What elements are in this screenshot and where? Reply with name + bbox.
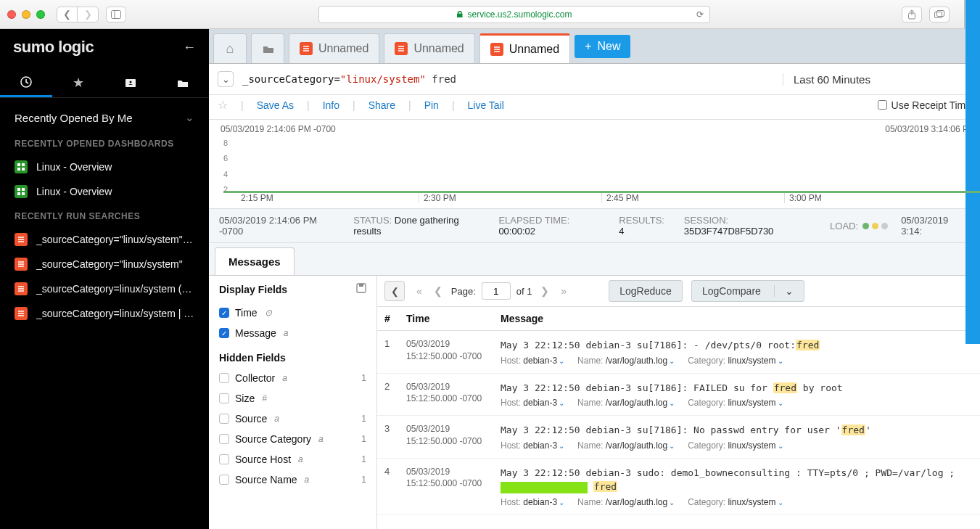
chevron-down-icon[interactable]: ⌄ (669, 499, 675, 507)
chevron-down-icon[interactable]: ⌄ (559, 442, 564, 450)
sidebar-item[interactable]: _sourceCategory="linux/system" (0, 252, 209, 276)
sidebar-item[interactable]: Linux - Overview (0, 179, 209, 204)
share-link[interactable]: Share (368, 99, 395, 111)
row-message: May 3 22:12:50 debian-3 sudo: demo1_bown… (501, 466, 973, 507)
chevron-down-icon[interactable]: ⌄ (669, 357, 675, 365)
table-row[interactable]: 205/03/201915:12:50.000 -0700May 3 22:12… (377, 374, 980, 417)
query-input[interactable]: _sourceCategory="linux/system" fred (242, 73, 774, 85)
page-prev-button[interactable]: ❮ (431, 285, 445, 297)
reload-icon[interactable]: ⟳ (696, 9, 704, 20)
search-tab[interactable]: Unnamed (289, 33, 379, 63)
sidebar-tab-favorites[interactable]: ★ (52, 68, 104, 97)
field-checkbox[interactable]: ✓ (219, 328, 229, 338)
save-icon[interactable] (356, 283, 366, 295)
page-next-button[interactable]: ❯ (538, 285, 552, 297)
field-checkbox[interactable] (219, 393, 229, 403)
row-number: 1 (384, 338, 406, 366)
home-tab[interactable]: ⌂ (213, 33, 247, 63)
collapse-messages-button[interactable]: ❮ (384, 281, 405, 301)
sidebar-item[interactable]: _sourceCategory=linux/system | p... (0, 301, 209, 326)
field-item[interactable]: Source Namea1 (219, 469, 366, 490)
time-range-selector[interactable]: Last 60 Minutes (783, 73, 971, 86)
table-row[interactable]: 405/03/201915:12:50.000 -0700May 3 22:12… (377, 459, 980, 515)
query-expand-button[interactable]: ⌄ (218, 71, 234, 87)
field-item[interactable]: Size# (219, 388, 366, 409)
hidden-fields-label: Hidden Fields (219, 352, 366, 364)
share-button[interactable] (902, 7, 922, 22)
field-item[interactable]: Sourcea1 (219, 409, 366, 429)
sidebar-tab-recents[interactable] (0, 68, 52, 97)
sidebar-dropdown-label[interactable]: Recently Opened By Me (15, 112, 133, 124)
field-label: Source Category (235, 433, 311, 445)
row-time: 05/03/201915:12:50.000 -0700 (406, 338, 501, 366)
save-as-link[interactable]: Save As (257, 99, 294, 111)
pin-link[interactable]: Pin (424, 99, 439, 111)
field-count: 1 (361, 373, 366, 383)
table-row[interactable]: 105/03/201915:12:50.000 -0700May 3 22:12… (377, 331, 980, 374)
tabs-overview-button[interactable] (929, 7, 950, 22)
field-item[interactable]: Source Hosta1 (219, 449, 366, 469)
folder-open-icon (262, 42, 273, 55)
table-row[interactable]: 305/03/201915:12:50.000 -0700May 3 22:12… (377, 416, 980, 459)
field-item[interactable]: ✓Time⊙ (219, 303, 366, 323)
sidebar-item[interactable]: _sourceCategory="linux/system" fr... (0, 227, 209, 252)
search-tab[interactable]: Unnamed (479, 33, 570, 63)
row-time: 05/03/201915:12:50.000 -0700 (406, 466, 501, 507)
sidebar-toggle-button[interactable] (106, 7, 126, 22)
field-label: Collector (235, 372, 275, 384)
field-checkbox[interactable]: ✓ (219, 308, 229, 318)
chevron-down-icon[interactable]: ⌄ (559, 399, 564, 407)
back-button[interactable]: ❮ (57, 7, 78, 22)
field-checkbox[interactable] (219, 454, 229, 464)
field-checkbox[interactable] (219, 434, 229, 444)
field-checkbox[interactable] (219, 414, 229, 424)
favorite-button[interactable]: ☆ (218, 98, 228, 112)
field-label: Source Name (235, 474, 297, 485)
receipt-time-checkbox[interactable] (878, 100, 887, 110)
field-checkbox[interactable] (219, 373, 229, 383)
chevron-down-icon[interactable]: ⌄ (778, 442, 783, 450)
live-tail-link[interactable]: Live Tail (468, 99, 504, 111)
chevron-down-icon[interactable]: ⌄ (559, 357, 564, 365)
search-tab[interactable]: Unnamed (384, 33, 474, 63)
sidebar-item[interactable]: _sourceCategory=linux/system ("s... (0, 276, 209, 301)
field-label: Message (235, 327, 276, 339)
chevron-down-icon[interactable]: ⌄ (559, 499, 564, 507)
field-item[interactable]: ✓Messagea (219, 323, 366, 343)
chevron-down-icon: ⌄ (222, 74, 230, 85)
logcompare-button[interactable]: LogCompare ⌄ (691, 280, 804, 302)
logreduce-button[interactable]: LogReduce (609, 280, 683, 302)
chevron-down-icon[interactable]: ⌄ (669, 399, 675, 407)
field-checkbox[interactable] (219, 475, 229, 485)
collapse-sidebar-button[interactable]: ← (183, 40, 196, 55)
page-first-button[interactable]: « (413, 285, 425, 297)
close-window-icon[interactable] (7, 10, 16, 19)
highlight: fred (841, 425, 865, 435)
log-line: May 3 22:12:50 debian-3 su[7186]: No pas… (501, 423, 973, 438)
sidebar-tab-personal[interactable] (104, 68, 157, 97)
forward-button[interactable]: ❯ (78, 7, 98, 22)
chevron-down-icon[interactable]: ⌄ (778, 399, 783, 407)
chevron-down-icon[interactable]: ⌄ (185, 111, 194, 124)
url-bar[interactable]: 🔒︎ service.us2.sumologic.com ⟳ (318, 6, 710, 23)
chevron-down-icon[interactable]: ⌄ (778, 357, 783, 365)
info-link[interactable]: Info (323, 99, 339, 111)
field-count: 1 (361, 475, 366, 485)
row-number: 4 (384, 466, 406, 507)
row-message: May 3 22:12:50 debian-3 su[7186]: FAILED… (501, 381, 973, 409)
sidebar-tab-library[interactable] (157, 68, 209, 97)
new-tab-button[interactable]: + New (575, 35, 630, 58)
page-last-button[interactable]: » (558, 285, 569, 297)
maximize-window-icon[interactable] (36, 10, 45, 19)
library-tab[interactable] (251, 33, 284, 63)
chevron-down-icon[interactable]: ⌄ (669, 442, 675, 450)
page-input[interactable] (482, 282, 511, 300)
field-item[interactable]: Source Categorya1 (219, 429, 366, 449)
chevron-down-icon[interactable]: ⌄ (778, 499, 783, 507)
minimize-window-icon[interactable] (22, 10, 30, 19)
messages-tab[interactable]: Messages (215, 247, 295, 275)
sidebar-item[interactable]: Linux - Overview (0, 155, 209, 179)
field-item[interactable]: Collectora1 (219, 368, 366, 388)
field-label: Source (235, 413, 267, 425)
tab-label: Unnamed (509, 43, 559, 56)
